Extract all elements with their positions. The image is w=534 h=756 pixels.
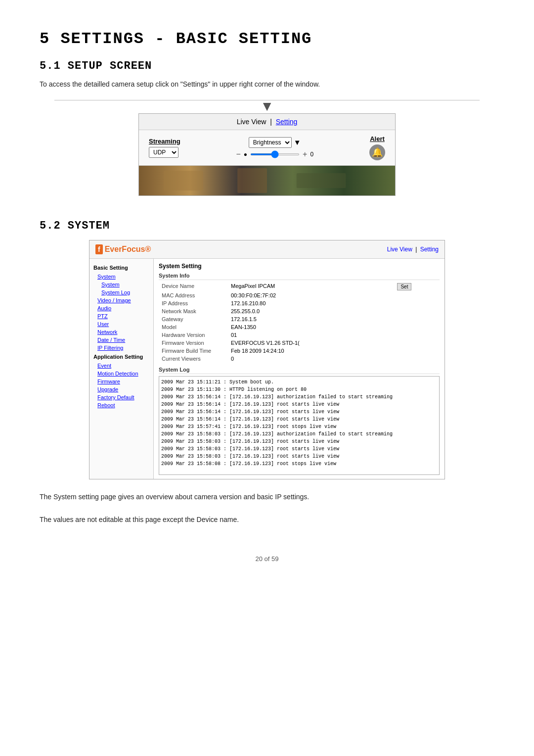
table-row: Current Viewers 0: [159, 355, 440, 363]
sidebar: Basic Setting System System System Log V…: [89, 259, 154, 479]
alert-icon: 🔔: [369, 144, 385, 160]
system-info-table: Device Name MegaPixel IPCAM Set MAC Addr…: [159, 282, 440, 363]
log-line: 2009 Mar 23 15:57:41 : [172.16.19.123] r…: [161, 423, 437, 430]
firmware-version-value: EVERFOCUS V1.26 STD-1(: [228, 339, 394, 347]
sidebar-item-factory-default[interactable]: Factory Default: [89, 393, 153, 401]
sidebar-item-user[interactable]: User: [89, 320, 153, 328]
brightness-section: Brightness Contrast Saturation ▼ − ● + 0: [236, 137, 313, 159]
section-5-2-title: 5.2 SYSTEM: [40, 220, 494, 232]
main-content: System Setting System Info Device Name M…: [154, 259, 445, 479]
everfocus-logo: f EverFocus®: [95, 244, 151, 254]
live-view-panel: Live View | Setting Streaming UDP TCP Br…: [138, 113, 396, 196]
device-name-value: MegaPixel IPCAM: [228, 282, 394, 291]
live-view-controls: Streaming UDP TCP Brightness Contrast Sa…: [139, 130, 395, 166]
table-row: MAC Address 00:30:F0:0E:7F:02: [159, 291, 440, 299]
sidebar-item-ptz[interactable]: PTZ: [89, 312, 153, 320]
table-row: Device Name MegaPixel IPCAM Set: [159, 282, 440, 291]
svg-rect-1: [164, 171, 203, 190]
nav-setting[interactable]: Setting: [420, 246, 439, 253]
log-line: 2009 Mar 23 15:58:08 : [172.16.19.123] r…: [161, 460, 437, 468]
app-setting-label: Application Setting: [89, 352, 153, 362]
system-setting-title: System Setting: [159, 263, 440, 270]
brightness-slider[interactable]: [250, 153, 300, 155]
sidebar-item-video-image[interactable]: Video / Image: [89, 296, 153, 304]
sidebar-item-system[interactable]: System: [89, 273, 153, 281]
slider-minus-icon: −: [236, 150, 240, 159]
model-value: EAN-1350: [228, 323, 394, 331]
alert-bell-icon: 🔔: [372, 147, 383, 158]
network-mask-label: Network Mask: [159, 307, 228, 315]
log-line: 2009 Mar 23 15:56:14 : [172.16.19.123] r…: [161, 416, 437, 423]
current-viewers-value: 0: [228, 355, 394, 363]
sidebar-item-date-time[interactable]: Date / Time: [89, 336, 153, 344]
section-5-2: 5.2 SYSTEM f EverFocus® Live View | Sett…: [40, 220, 494, 525]
dropdown-arrow-icon: ▼: [294, 138, 301, 146]
sidebar-item-upgrade[interactable]: Upgrade: [89, 385, 153, 393]
sidebar-item-system-link[interactable]: System: [93, 281, 153, 288]
system-body: Basic Setting System System System Log V…: [89, 259, 445, 479]
sidebar-item-firmware[interactable]: Firmware: [89, 378, 153, 385]
firmware-build-time-label: Firmware Build Time: [159, 347, 228, 355]
table-row: Firmware Version EVERFOCUS V1.26 STD-1(: [159, 339, 440, 347]
log-line: 2009 Mar 23 15:58:03 : [172.16.19.123] r…: [161, 453, 437, 460]
footer-text-2: The values are not editable at this page…: [40, 514, 494, 525]
intro-text: To access the detailled camera setup cli…: [40, 80, 494, 88]
alert-section: Alert 🔔: [369, 135, 385, 160]
system-log-label: System Log: [159, 367, 440, 374]
sidebar-item-audio[interactable]: Audio: [89, 304, 153, 312]
sidebar-item-motion-detection[interactable]: Motion Detection: [89, 370, 153, 378]
log-line: 2009 Mar 23 15:58:03 : [172.16.19.123] r…: [161, 445, 437, 453]
system-nav-links: Live View | Setting: [387, 246, 439, 253]
logo-f: f: [95, 244, 103, 254]
table-row: Network Mask 255.255.0.0: [159, 307, 440, 315]
sidebar-item-network[interactable]: Network: [89, 328, 153, 336]
table-row: IP Address 172.16.210.80: [159, 299, 440, 307]
mac-address-value: 00:30:F0:0E:7F:02: [228, 291, 394, 299]
firmware-build-time-value: Feb 18 2009 14:24:10: [228, 347, 394, 355]
section-5-1-title: 5.1 SETUP SCREEN: [40, 60, 494, 72]
sidebar-item-event[interactable]: Event: [89, 362, 153, 370]
log-line: 2009 Mar 23 15:11:21 : System boot up.: [161, 378, 437, 386]
down-arrow-container: ▼: [40, 100, 494, 113]
firmware-version-label: Firmware Version: [159, 339, 228, 347]
live-view-label: Live View: [237, 118, 267, 126]
hardware-version-value: 01: [228, 331, 394, 339]
ip-address-value: 172.16.210.80: [228, 299, 394, 307]
udp-select[interactable]: UDP TCP: [149, 147, 178, 158]
table-row: Model EAN-1350: [159, 323, 440, 331]
current-viewers-label: Current Viewers: [159, 355, 228, 363]
sidebar-item-ip-filtering[interactable]: IP Filtering: [89, 344, 153, 352]
system-panel-header: f EverFocus® Live View | Setting: [89, 240, 445, 259]
alert-label: Alert: [370, 135, 385, 142]
nav-separator: |: [415, 246, 418, 253]
brightness-select[interactable]: Brightness Contrast Saturation: [249, 137, 292, 148]
ip-address-label: IP Address: [159, 299, 228, 307]
log-line: 2009 Mar 23 15:56:14 : [172.16.19.123] r…: [161, 401, 437, 408]
system-panel: f EverFocus® Live View | Setting Basic S…: [89, 240, 445, 479]
basic-setting-label: Basic Setting: [89, 263, 153, 273]
nav-live-view[interactable]: Live View: [387, 246, 412, 253]
log-line: 2009 Mar 23 15:58:03 : [172.16.19.123] a…: [161, 430, 437, 438]
log-line: 2009 Mar 23 15:56:14 : [172.16.19.123] r…: [161, 408, 437, 416]
svg-rect-3: [297, 173, 346, 188]
system-log-box[interactable]: 2009 Mar 23 15:11:21 : System boot up.20…: [159, 376, 440, 475]
table-row: Gateway 172.16.1.5: [159, 315, 440, 323]
table-row: Firmware Build Time Feb 18 2009 14:24:10: [159, 347, 440, 355]
camera-preview-svg: [139, 166, 395, 195]
footer-text-1: The System setting page gives an overvie…: [40, 491, 494, 502]
sidebar-item-reboot[interactable]: Reboot: [89, 401, 153, 409]
header-separator: |: [270, 118, 274, 126]
sidebar-item-system-log[interactable]: System Log: [93, 288, 153, 296]
down-arrow-icon: ▼: [260, 99, 274, 113]
network-mask-value: 255.255.0.0: [228, 307, 394, 315]
logo-text: EverFocus®: [105, 245, 151, 254]
chapter-title: 5 SETTINGS - BASIC SETTING: [40, 30, 494, 48]
mac-address-label: MAC Address: [159, 291, 228, 299]
setting-link[interactable]: Setting: [276, 118, 298, 126]
log-line: 2009 Mar 23 15:56:14 : [172.16.19.123] a…: [161, 393, 437, 401]
slider-circle-icon: ●: [244, 151, 247, 158]
system-info-label: System Info: [159, 273, 440, 280]
brightness-slider-row: − ● + 0: [236, 150, 313, 159]
set-button[interactable]: Set: [397, 283, 411, 290]
log-line: 2009 Mar 23 15:11:30 : HTTPD listening o…: [161, 386, 437, 393]
